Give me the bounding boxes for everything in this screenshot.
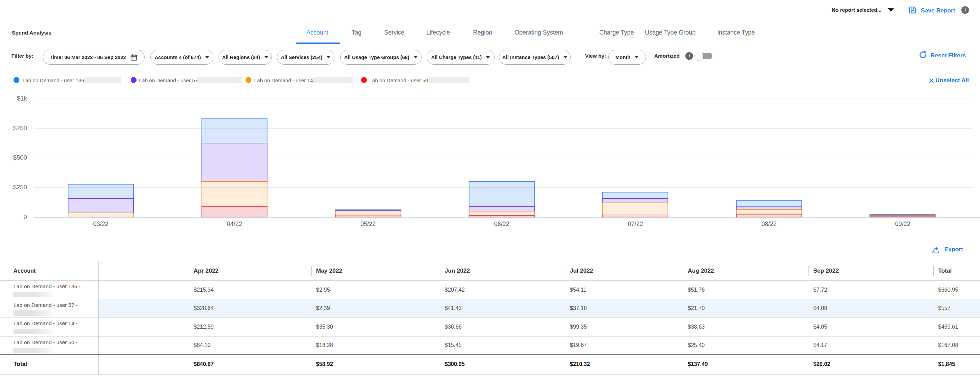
svg-text:$750: $750	[13, 125, 27, 132]
svg-text:08/22: 08/22	[762, 221, 777, 227]
svg-text:03/22: 03/22	[93, 221, 108, 227]
svg-text:$250: $250	[13, 184, 27, 191]
svg-text:$1k: $1k	[17, 95, 27, 102]
svg-text:09/22: 09/22	[895, 221, 910, 227]
svg-text:04/22: 04/22	[227, 221, 242, 227]
svg-text:05/22: 05/22	[361, 221, 376, 227]
svg-text:07/22: 07/22	[628, 221, 643, 227]
svg-text:$500: $500	[13, 154, 27, 161]
svg-text:06/22: 06/22	[494, 221, 509, 227]
svg-text:0: 0	[24, 214, 27, 221]
